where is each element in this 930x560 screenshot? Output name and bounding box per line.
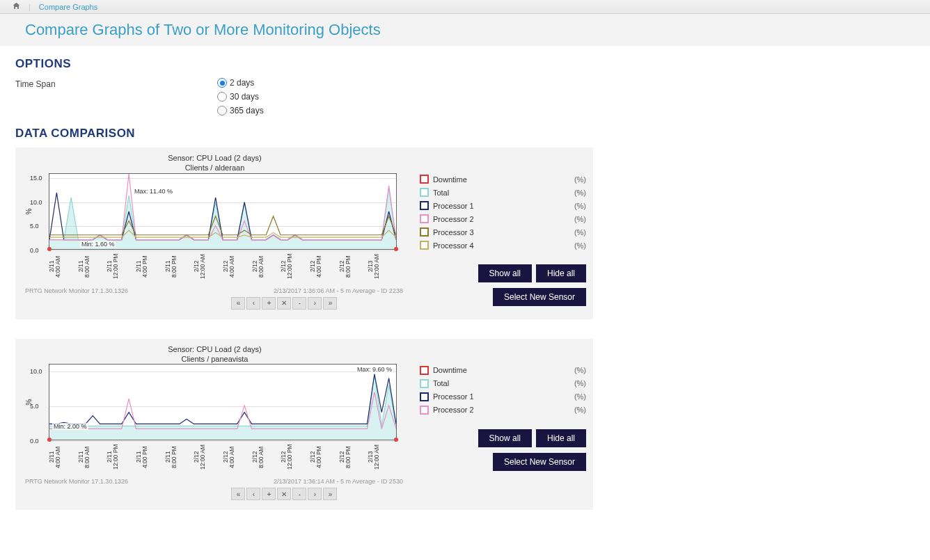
chart-plot[interactable]: % 0.05.010.0 Max: 9.60 % Min: 2.00 % [49,364,397,440]
yaxis-label: % [25,208,33,214]
select-new-sensor-button[interactable]: Select New Sensor [493,288,586,306]
xtick: 2/1212:00 PM [281,250,310,285]
xtick: 2/124:00 PM [310,250,339,285]
legend: Downtime (%) Total (%) Processor 1 (%) P… [420,344,586,501]
time-span-radio-group: 2 days30 days365 days [217,78,264,115]
legend-unit: (%) [574,175,586,184]
xtick: 2/114:00 AM [49,250,78,285]
chart-nav-btn-1[interactable]: ‹ [246,488,260,500]
legend: Downtime (%) Total (%) Processor 1 (%) P… [420,153,586,310]
legend-name: Processor 2 [433,215,570,223]
page-title-bar: Compare Graphs of Two or More Monitoring… [0,14,930,46]
legend-swatch [420,214,429,223]
legend-unit: (%) [574,379,586,387]
legend-unit: (%) [574,189,586,197]
legend-item[interactable]: Processor 1 (%) [420,390,586,403]
legend-swatch [420,201,429,210]
xtick: 2/1312:00 AM [368,440,397,475]
time-span-radio-0[interactable]: 2 days [217,78,264,88]
legend-name: Processor 1 [433,392,570,401]
legend-unit: (%) [574,215,586,223]
xtick: 2/1112:00 PM [107,440,136,475]
chart-nav-btn-3[interactable]: ✕ [277,488,291,500]
legend-name: Processor 1 [433,202,570,210]
xtick: 2/118:00 AM [78,440,107,475]
xtick: 2/128:00 AM [252,440,281,475]
comparison-section: DATA COMPARISON [0,121,930,141]
legend-item[interactable]: Processor 2 (%) [420,212,586,225]
chart-nav-btn-4[interactable]: - [292,297,306,310]
page-title: Compare Graphs of Two or More Monitoring… [25,21,911,39]
chart-nav-btn-0[interactable]: « [231,297,245,310]
chart-footer-version: PRTG Network Monitor 17.1.30.1326 [25,478,128,485]
legend-swatch [420,241,429,250]
legend-swatch [420,379,429,388]
legend-item[interactable]: Processor 4 (%) [420,239,586,252]
chart-nav-btn-5[interactable]: › [308,488,322,500]
legend-item[interactable]: Processor 3 (%) [420,225,586,239]
min-annotation: Min: 1.60 % [80,241,116,248]
xtick: 2/124:00 AM [223,250,252,285]
options-heading: OPTIONS [15,57,915,71]
chart-nav-btn-2[interactable]: + [262,297,276,310]
legend-item[interactable]: Downtime (%) [420,173,586,186]
legend-unit: (%) [574,392,586,401]
chart-nav-btn-3[interactable]: ✕ [277,297,291,310]
chart-footer-version: PRTG Network Monitor 17.1.30.1326 [25,287,128,294]
legend-swatch [420,392,429,401]
chart-plot[interactable]: % 0.05.010.015.0 Max: 11.40 % Min: 1.60 … [49,173,397,250]
max-annotation: Max: 11.40 % [133,188,174,195]
min-annotation: Min: 2.00 % [52,423,88,430]
xtick: 2/118:00 AM [78,250,107,285]
legend-name: Downtime [433,175,570,184]
max-annotation: Max: 9.60 % [356,366,393,373]
time-span-radio-2[interactable]: 365 days [217,106,264,115]
xtick: 2/1212:00 AM [194,440,223,475]
breadcrumb: | Compare Graphs [0,0,930,14]
legend-name: Processor 2 [433,406,570,414]
xtick: 2/1212:00 PM [281,440,310,475]
graph-card-0: Sensor: CPU Load (2 days)Clients / alder… [15,147,593,319]
chart-nav-btn-4[interactable]: - [292,488,306,500]
legend-swatch [420,188,429,197]
chart-nav-btn-2[interactable]: + [262,488,276,500]
legend-item[interactable]: Processor 1 (%) [420,199,586,212]
legend-unit: (%) [574,228,586,237]
hide-all-button[interactable]: Hide all [536,429,586,447]
hide-all-button[interactable]: Hide all [536,264,586,282]
chart-nav-btn-6[interactable]: » [323,488,337,500]
show-all-button[interactable]: Show all [478,429,532,447]
chart-nav-btn-5[interactable]: › [308,297,322,310]
xtick: 2/128:00 AM [252,250,281,285]
chart-nav: «‹+✕-›» [161,297,407,310]
legend-name: Processor 4 [433,241,570,250]
chart-title: Sensor: CPU Load (2 days)Clients / alder… [22,153,407,173]
breadcrumb-current[interactable]: Compare Graphs [39,3,97,11]
home-icon[interactable] [13,2,20,11]
xtick: 2/128:00 PM [339,250,368,285]
chart-footer-meta: 2/13/2017 1:36:14 AM - 5 m Average - ID … [274,478,403,485]
chart-nav-btn-0[interactable]: « [231,488,245,500]
chart-nav-btn-6[interactable]: » [323,297,337,310]
legend-unit: (%) [574,241,586,250]
legend-swatch [420,366,429,375]
select-new-sensor-button[interactable]: Select New Sensor [493,453,586,471]
legend-item[interactable]: Processor 2 (%) [420,403,586,417]
breadcrumb-divider: | [29,3,31,11]
legend-swatch [420,227,429,237]
legend-unit: (%) [574,366,586,374]
legend-item[interactable]: Total (%) [420,186,586,199]
xtick: 2/1312:00 AM [368,250,397,285]
xtick: 2/118:00 PM [165,250,194,285]
chart-nav-btn-1[interactable]: ‹ [246,297,260,310]
legend-item[interactable]: Downtime (%) [420,364,586,377]
legend-name: Total [433,379,570,387]
legend-swatch [420,406,429,415]
xtick: 2/128:00 PM [339,440,368,475]
show-all-button[interactable]: Show all [478,264,532,282]
time-span-radio-1[interactable]: 30 days [217,92,264,102]
xtick: 2/114:00 AM [49,440,78,475]
legend-item[interactable]: Total (%) [420,377,586,390]
chart-footer-meta: 2/13/2017 1:36:06 AM - 5 m Average - ID … [274,287,403,294]
time-span-label: Time Span [15,78,189,115]
